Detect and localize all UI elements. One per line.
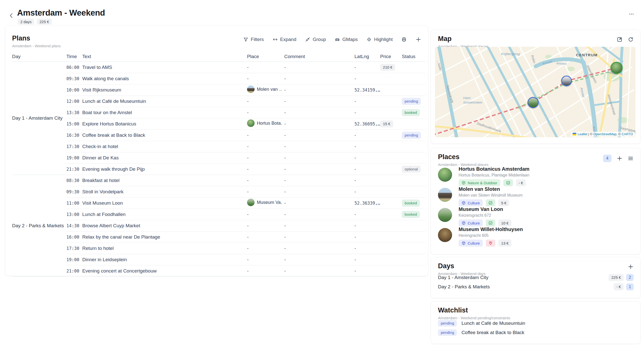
table-row[interactable]: 16:30Coffee break at Back to Black---pen… [12,129,425,141]
plan-latlng: - [354,175,380,186]
museum-van-loon-marker[interactable] [528,97,539,108]
latlng-value: 52.34159,… [354,87,380,93]
table-row[interactable]: 10:00Visit RijksmuseumMolen van …-52.341… [12,84,425,96]
table-row[interactable]: 17:30Return to hotel--- [12,243,425,254]
place-list-item[interactable]: Molen van SlotenMolen van Sloten Windmil… [438,186,634,206]
table-row[interactable]: 16:00Relax by the canal near De Plantage… [12,231,425,243]
add-plan-button[interactable] [415,36,421,42]
plan-comment: - [284,265,354,277]
museum-willet-marker[interactable] [561,76,572,86]
table-row[interactable]: 15:00Explore Hortus BotanicusHortus Bota… [12,118,425,129]
map-refresh-button[interactable] [628,36,634,42]
plan-latlng: - [354,186,380,197]
place-label: Molen van … [257,87,282,92]
latlng-value: - [354,65,356,70]
plan-comment: - [284,243,354,254]
status-badge: optional [402,166,421,173]
column-header-place[interactable]: Place [247,52,284,62]
map[interactable]: KrijtbergbrugRokinAmstelAmstelCENTRUMWat… [435,47,635,137]
plan-comment: - [284,84,354,96]
osm-link[interactable]: OpenStreetMap [593,132,617,136]
place-detail: Hortus Botanicus, Plantage Middenlaan [459,173,634,177]
table-row[interactable]: Day 1 - Amsterdam City06:00Travel to AMS… [12,62,425,73]
status-badge: booked [402,200,420,207]
latlng-value: - [354,246,356,251]
more-menu-button[interactable] [627,11,636,18]
chevron-left-icon [8,12,15,19]
map-fullscreen-button[interactable] [617,36,623,42]
plan-latlng: - [354,107,380,118]
category-badge-label: Nature & Outdoor [468,181,497,185]
column-header-time[interactable]: Time [66,52,82,62]
table-row[interactable]: 11:00Visit Museum LoonMuseum Va…-52.3633… [12,197,425,209]
plan-status [402,243,425,254]
watchlist-item[interactable]: pendingCoffee break at Back to Black [438,328,634,337]
plan-place-cell: - [247,243,284,254]
gmaps-button[interactable]: GMaps [335,37,358,42]
group-button[interactable]: Group [305,37,326,42]
check-square-icon [488,221,493,225]
map-basemap: KrijtbergbrugRokinAmstelAmstelCENTRUMWat… [435,47,635,137]
table-row[interactable]: 09:30Stroll in Vondelpark--- [12,186,425,197]
map-label: Amstel [556,61,567,66]
watchlist-text: Coffee break at Back to Black [461,330,524,335]
visited-check-badge [486,199,495,206]
filters-button[interactable]: Filters [243,37,264,42]
plan-time: 12:00 [66,96,82,107]
add-place-button[interactable] [617,155,623,161]
table-row[interactable]: 13:00Lunch at Foodhallen---booked [12,209,425,220]
expand-label: Expand [280,37,296,42]
plan-time: 17:30 [66,141,82,152]
leaflet-link[interactable]: Leaflet [578,132,587,136]
add-day-button[interactable] [628,264,634,270]
column-header-text[interactable]: Text [82,52,247,62]
place-list-item[interactable]: Museum Van LoonKeizersgracht 672Culture1… [438,206,634,227]
plan-price [380,243,402,254]
plan-text: Travel to AMS [82,62,247,73]
table-row[interactable]: 19:00Dinner in Leidseplein--- [12,254,425,265]
table-row[interactable]: Day 2 - Parks & Markets08:30Breakfast at… [12,175,425,186]
map-attribution: Leaflet | © OpenStreetMap, © CARTO [571,132,635,137]
plan-latlng: - [354,209,380,220]
place-list-item[interactable]: Museum Willet-HolthuysenHerengracht 605C… [438,227,634,247]
pin-badge [486,240,495,247]
plan-time: 15:00 [66,118,82,129]
column-header-price[interactable]: Price [380,52,402,62]
table-row[interactable]: 19:00Dinner at De Kas--- [12,152,425,163]
price-badge: 15 € [380,120,393,127]
column-header-day[interactable]: Day [12,52,66,62]
place-list-item[interactable]: Hortus Botanicus AmsterdamHortus Botanic… [438,166,634,186]
places-list-view-button[interactable] [628,155,634,161]
column-header-latlng[interactable]: LatLng [354,52,380,62]
table-row[interactable]: 13:30Boat tour on the Amstel---booked [12,107,425,118]
print-button[interactable] [401,37,407,42]
table-row[interactable]: 09:30Walk along the canals--- [12,73,425,84]
plan-place-cell: - [247,220,284,231]
place-thumbnail [247,119,255,127]
expand-button[interactable]: Expand [272,37,296,42]
plan-comment: - [284,118,354,129]
plan-price [380,197,402,209]
table-row[interactable]: 14:30Browse Albert Cuyp Market--- [12,220,425,231]
latlng-value: 52.36695,… [354,121,380,126]
hortus-botanicus-marker[interactable] [611,62,623,74]
back-button[interactable] [7,12,16,20]
column-header-status[interactable]: Status [402,52,425,62]
place-label: Museum Va… [257,200,282,205]
plan-status: booked [402,197,425,209]
table-row[interactable]: 17:30Check-in at hotel--- [12,141,425,152]
highlight-button[interactable]: Highlight [366,37,393,42]
place-detail: Keizersgracht 672 [459,213,634,218]
plan-latlng: - [354,220,380,231]
column-header-comment[interactable]: Comment [284,52,354,62]
plan-place-cell: - [247,254,284,265]
day-list-item[interactable]: Day 2 - Parks & Markets- €1 [438,282,634,291]
plan-place-cell: - [247,152,284,163]
table-row[interactable]: 21:00Evening concert at Concertgebouw--- [12,265,425,277]
day-list-item[interactable]: Day 1 - Amsterdam City225 €2 [438,273,634,282]
table-row[interactable]: 21:30Evening walk through De Pijp---opti… [12,163,425,175]
watchlist-item[interactable]: pendingLunch at Café de Museumtuin [438,319,634,328]
latlng-value: - [354,132,356,138]
table-row[interactable]: 12:00Lunch at Café de Museumtuin---pendi… [12,96,425,107]
carto-link[interactable]: CARTO [622,132,633,136]
